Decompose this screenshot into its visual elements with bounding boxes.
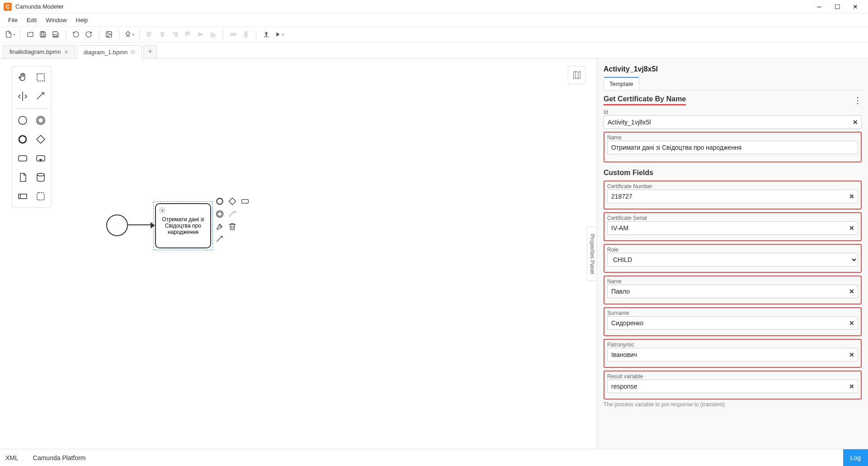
kebab-menu-icon[interactable]: ⋮	[854, 95, 862, 105]
clear-icon[interactable]: ✕	[849, 193, 854, 200]
titlebar: C Camunda Modeler ─ ☐ ✕	[0, 0, 868, 14]
clear-icon[interactable]: ✕	[849, 383, 854, 390]
trash-icon[interactable]	[227, 221, 238, 232]
clear-icon[interactable]: ✕	[849, 351, 854, 358]
color-button[interactable]: ▾	[124, 29, 135, 40]
cert-serial-label: Certificate Serial	[607, 215, 858, 221]
cert-number-input[interactable]	[607, 190, 858, 203]
context-pad	[214, 196, 250, 245]
name-label: Name	[607, 134, 858, 141]
dirty-indicator-icon	[131, 50, 135, 54]
log-button[interactable]: Log	[843, 449, 868, 466]
align-top-button	[182, 29, 193, 40]
person-name-input[interactable]	[607, 285, 858, 298]
patronymic-input[interactable]	[607, 348, 858, 361]
undo-button[interactable]	[71, 29, 81, 40]
subprocess-tool-icon[interactable]	[33, 150, 48, 166]
distribute-v-button	[241, 29, 251, 40]
result-helper-text: The process variable to put response to …	[604, 401, 862, 408]
bpmn-sequence-flow[interactable]	[128, 224, 152, 225]
cert-serial-input[interactable]	[607, 221, 858, 235]
maximize-button[interactable]: ☐	[828, 0, 846, 14]
element-id-heading: Activity_1vj8x5l	[604, 65, 862, 73]
lasso-tool-icon[interactable]	[33, 69, 48, 86]
custom-fields-heading: Custom Fields	[604, 169, 862, 177]
id-input[interactable]	[604, 115, 862, 129]
diagram-canvas[interactable]: Отримати дані зі Свідоцтва про народженн…	[0, 59, 597, 449]
align-left-button	[144, 29, 155, 40]
connect-icon[interactable]	[214, 234, 225, 245]
menu-window[interactable]: Window	[41, 15, 71, 25]
close-window-button[interactable]: ✕	[846, 0, 864, 14]
clear-icon[interactable]: ✕	[849, 224, 854, 232]
svg-rect-36	[19, 156, 27, 161]
role-label: Role	[607, 247, 858, 253]
svg-rect-26	[245, 32, 247, 33]
end-event-tool-icon[interactable]	[15, 131, 30, 147]
tab-diagram1[interactable]: diagram_1.bpmn	[77, 45, 142, 59]
surname-input[interactable]	[607, 316, 858, 330]
menu-file[interactable]: File	[4, 15, 22, 25]
data-object-tool-icon[interactable]	[15, 169, 30, 185]
save-as-button[interactable]	[50, 29, 61, 40]
space-tool-icon[interactable]	[15, 88, 30, 105]
global-connect-tool-icon[interactable]	[33, 88, 48, 105]
task-label: Отримати дані зі Свідоцтва про народженн…	[160, 216, 207, 235]
participant-tool-icon[interactable]	[15, 188, 30, 204]
image-button[interactable]	[104, 29, 114, 40]
open-button[interactable]	[25, 29, 36, 40]
intermediate-event-tool-icon[interactable]	[33, 112, 48, 128]
menu-help[interactable]: Help	[71, 15, 93, 25]
name-input[interactable]	[607, 141, 858, 154]
svg-rect-30	[37, 74, 44, 81]
align-middle-button	[195, 29, 206, 40]
hand-tool-icon[interactable]	[15, 69, 30, 86]
save-button[interactable]	[38, 29, 48, 40]
append-intermediate-event-icon[interactable]	[214, 209, 225, 219]
new-file-button[interactable]: ▾	[5, 29, 15, 40]
svg-rect-23	[231, 33, 232, 35]
file-tabs: finalkdiagram.bpmn × diagram_1.bpmn +	[0, 43, 868, 59]
wrench-icon[interactable]	[214, 221, 225, 232]
gateway-tool-icon[interactable]	[33, 131, 48, 147]
redo-button[interactable]	[83, 29, 94, 40]
menu-edit[interactable]: Edit	[22, 15, 41, 25]
clear-icon[interactable]: ✕	[849, 319, 854, 327]
role-select[interactable]: CHILD	[607, 253, 858, 266]
tab-finalkdiagram[interactable]: finalkdiagram.bpmn ×	[3, 45, 75, 58]
append-end-event-icon[interactable]	[214, 196, 225, 207]
task-tool-icon[interactable]	[15, 150, 30, 166]
properties-panel: Activity_1vj8x5l Template Get Certificat…	[597, 59, 868, 449]
statusbar: XML Camunda Platform Log	[0, 449, 868, 466]
platform-label[interactable]: Camunda Platform	[33, 454, 86, 461]
svg-rect-42	[19, 194, 27, 199]
minimize-button[interactable]: ─	[810, 0, 828, 14]
svg-rect-1	[42, 32, 44, 33]
template-tab[interactable]: Template	[604, 77, 639, 90]
group-tool-icon[interactable]	[33, 188, 48, 204]
close-icon[interactable]: ×	[64, 48, 68, 56]
id-label: Id	[604, 109, 862, 115]
append-task-icon[interactable]	[240, 196, 250, 207]
xml-tab[interactable]: XML	[5, 454, 19, 461]
properties-panel-toggle[interactable]: Properties Panel	[587, 227, 597, 281]
minimap-toggle[interactable]	[568, 66, 586, 84]
bpmn-start-event[interactable]	[106, 214, 128, 236]
data-store-tool-icon[interactable]	[33, 169, 48, 185]
align-right-button	[170, 29, 180, 40]
svg-point-4	[108, 33, 108, 34]
svg-rect-13	[175, 35, 176, 36]
bpmn-service-task[interactable]: Отримати дані зі Свідоцтва про народженн…	[155, 203, 211, 248]
annotation-icon[interactable]	[227, 209, 238, 219]
clear-icon[interactable]: ✕	[853, 119, 858, 126]
run-button[interactable]: ▾	[274, 29, 284, 40]
new-tab-button[interactable]: +	[143, 45, 157, 58]
result-variable-input[interactable]	[607, 380, 858, 393]
start-event-tool-icon[interactable]	[15, 112, 30, 128]
clear-icon[interactable]: ✕	[849, 288, 854, 295]
deploy-button[interactable]	[261, 29, 272, 40]
append-gateway-icon[interactable]	[227, 196, 238, 207]
align-bottom-button	[208, 29, 218, 40]
cert-number-label: Certificate Number	[607, 183, 858, 190]
element-palette	[12, 66, 52, 208]
